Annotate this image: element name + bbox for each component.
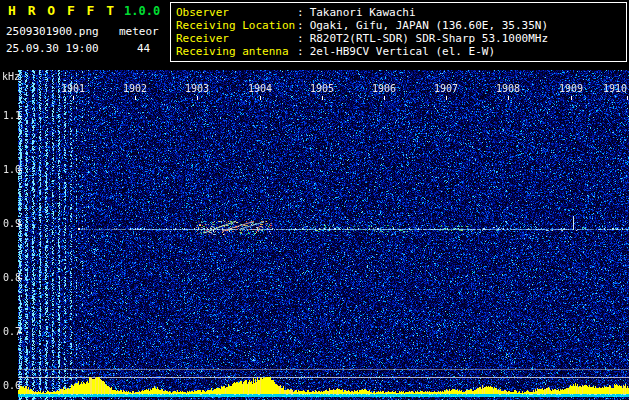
x-tick-label: 1910	[603, 83, 627, 94]
info-label: Receiving Location	[176, 19, 297, 32]
info-colon: :	[297, 45, 304, 58]
info-colon: :	[297, 32, 304, 45]
info-label: Receiving antenna	[176, 45, 297, 58]
x-tick-label: 1901	[61, 83, 85, 94]
x-tick-label: 1904	[248, 83, 272, 94]
x-tick-label: 1906	[372, 83, 396, 94]
app-title: H R O F F T	[8, 3, 116, 18]
info-value: 2el-HB9CV Vertical (el. E-W)	[304, 45, 495, 58]
info-colon: :	[297, 19, 304, 32]
y-tick-label: 0.8	[3, 272, 21, 283]
info-row-observer: Observer:Takanori Kawachi	[176, 6, 626, 19]
echo-count: 44	[137, 42, 150, 55]
x-tick-label: 1909	[559, 83, 583, 94]
info-label: Observer	[176, 6, 297, 19]
y-tick-label: 1.1	[3, 110, 21, 121]
y-axis-unit: kHz	[2, 71, 20, 82]
info-row-receiver: Receiver:R820T2(RTL-SDR) SDR-Sharp 53.10…	[176, 32, 626, 45]
hrofft-window: H R O F F T 1.0.0 2509301900.png meteor …	[0, 0, 629, 400]
info-value: R820T2(RTL-SDR) SDR-Sharp 53.1000MHz	[304, 32, 548, 45]
app-version: 1.0.0	[124, 4, 160, 18]
station-info-box: Observer:Takanori Kawachi Receiving Loca…	[170, 2, 627, 62]
timestamp: 25.09.30 19:00	[6, 42, 99, 55]
y-tick-label: 0.9	[3, 218, 21, 229]
x-tick-label: 1902	[123, 83, 147, 94]
info-value: Takanori Kawachi	[304, 6, 416, 19]
x-tick-label: 1903	[185, 83, 209, 94]
y-tick-label: 0.6	[3, 380, 21, 391]
x-tick-label: 1907	[434, 83, 458, 94]
x-tick-label: 1908	[496, 83, 520, 94]
info-value: Ogaki, Gifu, JAPAN (136.60E, 35.35N)	[304, 19, 548, 32]
spectrogram: kHz 1.1 1.0 0.9 0.8 0.7 0.6 1901 1902 19…	[0, 70, 629, 400]
info-row-location: Receiving Location:Ogaki, Gifu, JAPAN (1…	[176, 19, 626, 32]
y-tick-label: 1.0	[3, 164, 21, 175]
spectrogram-canvas	[0, 70, 629, 400]
x-tick-label: 1905	[310, 83, 334, 94]
info-label: Receiver	[176, 32, 297, 45]
output-filename: 2509301900.png	[6, 25, 99, 38]
mode-label: meteor	[119, 25, 159, 38]
y-tick-label: 0.7	[3, 326, 21, 337]
info-row-antenna: Receiving antenna:2el-HB9CV Vertical (el…	[176, 45, 626, 58]
header: H R O F F T 1.0.0 2509301900.png meteor …	[0, 0, 629, 70]
info-colon: :	[297, 6, 304, 19]
